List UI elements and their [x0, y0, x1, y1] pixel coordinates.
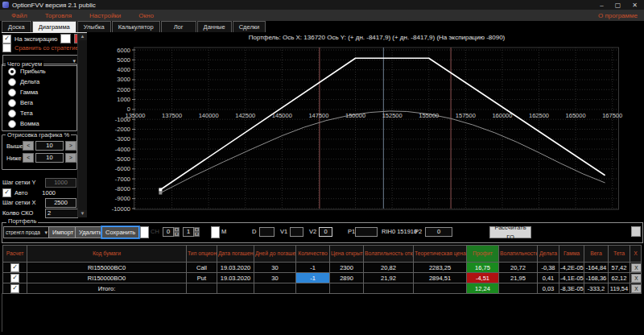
col-header-7[interactable]: Волатильность открытия [364, 246, 414, 263]
cell-code: RI155000BC0 [27, 263, 187, 273]
draw-option-Тета[interactable]: Тета [8, 110, 76, 117]
tab-Сделки[interactable]: Сделки [233, 21, 266, 32]
calc-go-button[interactable]: Рассчитать ГО [489, 226, 531, 238]
save-button[interactable]: Сохранить [101, 226, 139, 238]
v1-input[interactable] [290, 227, 303, 237]
toolbar-checkbox-1[interactable] [140, 226, 149, 238]
tab-Доска[interactable]: Доска [2, 21, 31, 32]
row-checkbox[interactable] [10, 284, 19, 293]
auto-checkbox[interactable] [2, 188, 11, 197]
toolbar-corner-button[interactable] [631, 226, 641, 237]
p2-input[interactable]: 0 [425, 227, 452, 237]
draw-option-Гамма[interactable]: Гамма [8, 89, 76, 96]
above-value-input[interactable]: 10 [35, 141, 63, 151]
spinner-2[interactable]: 1 ▲▼ [183, 226, 200, 237]
y-tick-label: 5000 [117, 56, 130, 64]
below-value-input[interactable]: 10 [35, 153, 63, 163]
menu-item-1[interactable]: Торговля [45, 12, 72, 19]
col-header-15[interactable]: X [630, 246, 642, 263]
radio-icon[interactable] [8, 78, 16, 86]
close-icon[interactable]: ✕ [632, 2, 638, 9]
menu-item-3[interactable]: Окно [138, 12, 154, 19]
row-delete-button[interactable]: X [631, 284, 642, 293]
sko-label: Колво СКО [2, 209, 33, 217]
tab-Лог[interactable]: Лог [161, 21, 196, 32]
positions-table-wrap: РасчетКод бумагиТип опционаДата погашени… [2, 245, 642, 294]
col-header-0[interactable]: Расчет [3, 246, 27, 263]
below-increase-button[interactable]: > [65, 153, 76, 163]
above-decrease-button[interactable]: < [23, 141, 34, 151]
col-header-10[interactable]: Волатильность [499, 246, 538, 263]
below-label: Ниже [6, 155, 21, 162]
compare-checkbox[interactable] [2, 43, 11, 52]
maximize-icon[interactable]: ▢ [615, 2, 621, 9]
expiration-color-swatch[interactable] [60, 34, 71, 43]
col-header-12[interactable]: Гамма [559, 246, 584, 263]
radio-icon[interactable] [8, 89, 16, 97]
row-checkbox[interactable] [10, 274, 19, 283]
radio-icon[interactable] [8, 68, 16, 76]
col-header-14[interactable]: Тета [609, 246, 630, 263]
grid-y-label: Шаг сетки Y [2, 179, 36, 186]
col-header-4[interactable]: Дней до погашения [254, 246, 296, 263]
below-decrease-button[interactable]: < [23, 153, 34, 163]
row-checkbox[interactable] [10, 263, 19, 272]
menu-item-2[interactable]: Настройки [89, 12, 121, 19]
scroll-up-icon[interactable]: ▲ [78, 33, 87, 40]
window-title: OptionFVV версия 2.1 public [12, 2, 96, 9]
minimize-icon[interactable]: – [600, 2, 603, 9]
row-delete-button[interactable]: X [631, 263, 642, 272]
cell-qty[interactable] [296, 283, 330, 294]
tab-Диаграмма[interactable]: Диаграмма [32, 21, 76, 32]
draw-option-Вега[interactable]: Вега [8, 99, 76, 106]
payoff-chart[interactable]: 6000500040003000200010000-1000-2000-3000… [87, 32, 644, 217]
menu-about[interactable]: О программе [598, 12, 638, 19]
tab-Калькулятор[interactable]: Калькулятор [112, 21, 160, 32]
compare-row: Сравнить со стратегией [2, 43, 82, 52]
radio-icon[interactable] [8, 120, 16, 128]
col-header-11[interactable]: Дельта [538, 246, 559, 263]
import-button[interactable]: Импорт [48, 226, 77, 238]
sidebar-scrollbar[interactable]: ▲ ▼ [77, 33, 87, 217]
col-header-13[interactable]: Вега [584, 246, 609, 263]
strategy-select[interactable]: стренгл прода [3, 226, 50, 238]
spinner-2-value[interactable]: 1 [183, 227, 194, 237]
spinner-2-arrows[interactable]: ▲▼ [194, 227, 200, 237]
above-increase-button[interactable]: > [65, 141, 76, 151]
col-header-8[interactable]: Теоретическая цена [414, 246, 467, 263]
row-delete-button[interactable]: X [631, 274, 642, 283]
v2-input[interactable]: 0 [319, 227, 332, 237]
cell-qty[interactable]: -1 [296, 263, 330, 273]
spinner-1-arrows[interactable]: ▲▼ [174, 227, 180, 237]
cell-open_vol [364, 283, 414, 294]
cell-gamma: -4,2E-05 [559, 263, 584, 273]
toolbar-checkbox-1-label: СН [151, 226, 159, 237]
d-input[interactable] [259, 227, 275, 237]
draw-option-Вомма[interactable]: Вомма [8, 120, 76, 127]
cell-qty[interactable]: -1 [296, 273, 330, 283]
grid-x-input[interactable]: 2500 [45, 198, 76, 208]
spinner-1-value[interactable]: 0 [163, 227, 174, 237]
grid-y-input[interactable]: 1000 [45, 178, 76, 188]
col-header-1[interactable]: Код бумаги [27, 246, 187, 263]
p1-input[interactable] [355, 227, 378, 237]
portfolio-title: Портфель [6, 217, 38, 225]
col-header-6[interactable]: Цена открытия [330, 246, 364, 263]
col-header-5[interactable]: Количество [296, 246, 330, 263]
auto-value: 1000 [42, 189, 56, 196]
spinner-1[interactable]: 0 ▲▼ [163, 226, 180, 237]
tab-Улыбка[interactable]: Улыбка [77, 21, 111, 32]
radio-icon[interactable] [8, 99, 16, 107]
tab-Данные[interactable]: Данные [197, 21, 232, 32]
radio-icon[interactable] [8, 110, 16, 118]
draw-option-Дельта[interactable]: Дельта [8, 78, 76, 85]
y-tick-label: 1000 [117, 96, 130, 103]
toolbar-checkbox-m[interactable] [211, 226, 220, 238]
on-expiration-checkbox[interactable] [2, 35, 11, 43]
col-header-9[interactable]: Профит [467, 246, 499, 263]
menu-item-0[interactable]: Файл [11, 12, 27, 19]
draw-option-Прибыль[interactable]: Прибыль [8, 68, 76, 75]
y-tick-label: -6000 [115, 165, 130, 172]
col-header-2[interactable]: Тип опциона [187, 246, 217, 263]
col-header-3[interactable]: Дата погашения [217, 246, 254, 263]
